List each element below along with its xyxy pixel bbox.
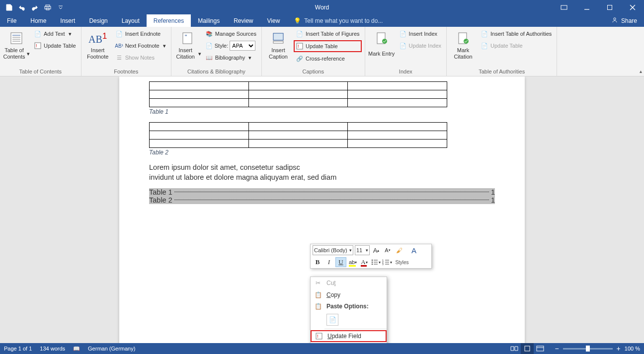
mini-font-select[interactable]: Calibri (Body)▾ [313,245,353,255]
group-footnotes: AB1 Insert Footnote 📄Insert Endnote AB¹N… [81,27,171,76]
numbering-button[interactable]: 123▾ [382,257,392,267]
format-painter-button[interactable]: 🖌 [394,245,404,255]
status-page[interactable]: Page 1 of 1 [4,346,32,352]
mark-citation-button[interactable]: Mark Citation [450,28,477,60]
qat-customize-button[interactable] [55,1,67,13]
ribbon: Table of Contents ▾ 📄Add Text ▾ !Update … [0,27,644,76]
citation-style-select[interactable]: 📄 Style: APA [203,40,258,51]
update-table-captions-button[interactable]: !Update Table [294,40,362,52]
insert-toa-label: Insert Table of Authorities [490,31,552,37]
styles-button[interactable]: A [405,244,422,256]
bullets-button[interactable]: ▾ [371,257,381,267]
read-mode-button[interactable] [508,343,521,354]
mini-size-select[interactable]: 11▾ [355,245,370,255]
share-button[interactable]: Share [604,14,644,27]
svg-point-27 [372,260,373,261]
font-color-button[interactable]: A▾ [359,257,369,267]
update-toa-button[interactable]: 📄Update Table [479,40,554,51]
tab-review[interactable]: Review [227,14,260,27]
decrease-font-button[interactable]: A▾ [383,245,393,255]
underline-button[interactable]: U [335,257,346,267]
tof-icon: 📄 [296,30,304,38]
zoom-slider[interactable] [563,348,613,350]
status-words[interactable]: 134 words [40,346,65,352]
context-menu: ✂Cut 📋Copy 📋Paste Options: 📄 !Update Fie… [310,277,387,343]
caption-table-2[interactable]: Table 2 [149,149,495,156]
ribbon-display-button[interactable] [553,0,575,14]
status-language[interactable]: German (Germany) [88,346,135,352]
close-button[interactable] [621,0,644,14]
document-area: Table 1 Table 2 Lorem ipsum dolor sit am… [0,76,644,343]
add-text-button[interactable]: 📄Add Text ▾ [32,28,78,39]
tell-me-search[interactable]: 💡 Tell me what you want to do... [287,14,383,27]
tab-view[interactable]: View [260,14,287,27]
insert-footnote-button[interactable]: AB1 Insert Footnote [84,28,111,60]
body-paragraph[interactable]: Lorem ipsum dolor sit amet, consetetur s… [149,163,495,182]
insert-toa-button[interactable]: 📄Insert Table of Authorities [479,28,554,39]
manage-sources-button[interactable]: 📚Manage Sources [203,28,258,39]
document-table-1[interactable] [149,81,447,107]
tab-mailings[interactable]: Mailings [191,14,227,27]
cross-reference-button[interactable]: 🔗Cross-reference [294,53,362,64]
update-toa-icon: 📄 [481,42,488,50]
tof-entry-2[interactable]: Table 2 1 [149,196,495,204]
group-label-authorities: Table of Authorities [450,68,554,76]
tab-insert[interactable]: Insert [53,14,82,27]
zoom-in-button[interactable]: + [617,345,621,353]
group-citations: " Insert Citation ▾ 📚Manage Sources 📄 St… [171,27,262,76]
print-layout-button[interactable] [521,343,534,354]
spellcheck-icon[interactable]: 📖 [73,346,80,352]
lightbulb-icon: 💡 [294,17,301,24]
tab-file[interactable]: File [0,14,23,27]
ctx-edit-field[interactable]: Edit Field... [311,342,387,343]
paste-keep-source-button[interactable]: 📄 [326,314,338,326]
ctx-copy[interactable]: 📋Copy [311,289,387,301]
next-footnote-button[interactable]: AB¹Next Footnote ▾ [113,40,168,51]
caption-table-1[interactable]: Table 1 [149,108,495,115]
mark-citation-icon [455,30,471,46]
show-notes-button[interactable]: ☰Show Notes [113,52,168,63]
update-index-button[interactable]: 📄Update Index [397,40,443,51]
tab-references[interactable]: References [147,14,191,27]
ctx-update-field[interactable]: !Update Field [311,330,387,342]
update-table-icon: ! [296,42,304,50]
redo-button[interactable] [29,1,41,13]
cross-ref-icon: 🔗 [296,55,304,63]
zoom-thumb[interactable] [586,346,590,352]
ctx-copy-label: Copy [326,291,340,298]
collapse-ribbon-button[interactable]: ▴ [640,69,642,74]
update-field-icon: ! [315,332,323,341]
quick-print-button[interactable] [42,1,54,13]
update-toc-button[interactable]: !Update Table [32,40,78,51]
maximize-button[interactable] [598,0,621,14]
undo-button[interactable] [16,1,28,13]
tab-home[interactable]: Home [23,14,53,27]
insert-citation-button[interactable]: " Insert Citation ▾ [174,28,201,60]
insert-caption-button[interactable]: Insert Caption [265,28,292,60]
style-dropdown[interactable]: APA [230,41,255,51]
insert-endnote-button[interactable]: 📄Insert Endnote [113,28,168,39]
table-of-contents-button[interactable]: Table of Contents ▾ [3,28,30,60]
web-layout-button[interactable] [534,343,547,354]
highlight-button[interactable]: ab▾ [348,257,358,267]
save-button[interactable] [3,1,15,13]
bold-button[interactable]: B [313,257,322,267]
bibliography-button[interactable]: 📖Bibliography ▾ [203,52,258,63]
insert-table-of-figures-button[interactable]: 📄Insert Table of Figures [294,28,362,39]
mark-entry-button[interactable]: Mark Entry [368,28,395,60]
insert-index-button[interactable]: 📄Insert Index [397,28,443,39]
zoom-controls: − + 100 % [555,345,640,353]
document-table-2[interactable] [149,122,447,148]
tab-layout[interactable]: Layout [115,14,147,27]
table-of-figures-field[interactable]: Table 1 1 Table 2 1 [149,188,495,204]
zoom-out-button[interactable]: − [555,345,559,353]
tab-design[interactable]: Design [82,14,114,27]
svg-rect-20 [273,41,283,43]
ctx-cut[interactable]: ✂Cut [311,277,387,289]
zoom-level[interactable]: 100 % [625,346,640,352]
increase-font-button[interactable]: A▴ [371,245,381,255]
italic-button[interactable]: I [324,257,334,267]
insert-footnote-label: Insert Footnote [84,47,111,60]
minimize-button[interactable] [575,0,598,14]
svg-point-31 [372,264,373,265]
